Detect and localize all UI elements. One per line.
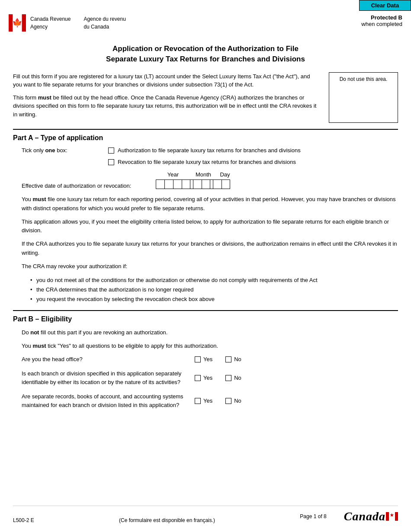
- q2-no-label: No: [234, 375, 241, 381]
- month-group: [193, 179, 210, 189]
- q1-yes-checkbox[interactable]: [195, 356, 201, 362]
- agency-name-en: Canada Revenue Agency: [30, 15, 71, 31]
- question-3-text: Are separate records, books of account, …: [22, 392, 186, 409]
- bullet-3: you request the revocation by selecting …: [30, 295, 398, 304]
- month-digit-1[interactable]: [193, 179, 202, 189]
- question-2-options: Yes No: [195, 375, 241, 381]
- part-b-content: Do not fill out this part if you are rev…: [22, 328, 398, 409]
- part-a-body3: If the CRA authorizes you to file separa…: [22, 240, 398, 258]
- intro-section: Fill out this form if you are registered…: [13, 72, 398, 123]
- question-3-no[interactable]: No: [225, 397, 241, 404]
- top-bar: Clear Data: [0, 0, 411, 11]
- part-b-title: Part B – Eligibility: [13, 315, 398, 323]
- effective-date-row: Effective date of authorization or revoc…: [22, 171, 398, 189]
- canada-wordmark: Canad a: [344, 510, 398, 523]
- agency-name-fr: Agence du revenu du Canada: [83, 15, 125, 31]
- revocation-label: Revocation to file separate luxury tax r…: [118, 159, 296, 165]
- bullet-1: you do not meet all of the conditions fo…: [30, 276, 398, 285]
- month-digit-2[interactable]: [202, 179, 210, 189]
- q1-yes-label: Yes: [203, 356, 212, 362]
- part-a-body1: You must file one luxury tax return for …: [22, 195, 398, 213]
- month-label: Month: [190, 171, 216, 178]
- tick-row: Tick only one box: Authorization to file…: [22, 147, 398, 165]
- authorization-checkbox[interactable]: [108, 147, 114, 154]
- revocation-bullets: you do not meet all of the conditions fo…: [30, 276, 398, 304]
- bullet-2: the CRA determines that the authorizatio…: [30, 285, 398, 295]
- q1-no-label: No: [234, 356, 241, 362]
- question-3-yes[interactable]: Yes: [195, 397, 212, 404]
- year-digit-2[interactable]: [164, 179, 173, 189]
- canada-symbol-flag: [386, 512, 398, 521]
- q2-yes-label: Yes: [203, 375, 212, 381]
- effective-date-label: Effective date of authorization or revoc…: [22, 183, 151, 189]
- date-input-row[interactable]: [156, 179, 234, 189]
- q3-yes-checkbox[interactable]: [195, 398, 201, 404]
- authorization-option[interactable]: Authorization to file separate luxury ta…: [108, 147, 301, 154]
- when-completed-label: when completed: [361, 21, 402, 27]
- day-label: Day: [216, 171, 234, 178]
- question-1-options: Yes No: [195, 356, 241, 362]
- year-group: [156, 179, 190, 189]
- protected-b-label: Protected B: [361, 14, 402, 21]
- intro-para1: Fill out this form if you are registered…: [13, 72, 320, 89]
- question-1-text: Are you the head office?: [22, 355, 186, 364]
- question-1-no[interactable]: No: [225, 356, 241, 362]
- q1-no-checkbox[interactable]: [225, 356, 231, 362]
- part-a-content: Tick only one box: Authorization to file…: [22, 147, 398, 304]
- logo-section: 🍁 Canada Revenue Agency Agence du revenu…: [9, 14, 361, 32]
- tick-label: Tick only one box:: [22, 147, 108, 154]
- intro-para2: This form must be filled out by the head…: [13, 93, 320, 119]
- question-3-row: Are separate records, books of account, …: [22, 392, 398, 409]
- clear-data-button[interactable]: Clear Data: [359, 0, 411, 11]
- tick-options: Authorization to file separate luxury ta…: [108, 147, 301, 165]
- do-not-use-box: Do not use this area.: [329, 72, 398, 123]
- main-content: Application or Revocation of the Authori…: [0, 35, 411, 424]
- question-2-row: Is each branch or division specified in …: [22, 369, 398, 386]
- q2-no-checkbox[interactable]: [225, 375, 231, 381]
- revocation-option[interactable]: Revocation to file separate luxury tax r…: [108, 159, 301, 165]
- day-group: [213, 179, 230, 189]
- date-headers: Year Month Day: [156, 171, 234, 178]
- part-b-divider: [13, 310, 398, 311]
- form-number: L500-2 E: [13, 517, 34, 523]
- footer-right-section: Page 1 of 8 Canad a: [300, 510, 398, 523]
- svg-rect-4: [386, 512, 389, 521]
- year-label: Year: [156, 171, 190, 178]
- authorization-label: Authorization to file separate luxury ta…: [118, 147, 301, 154]
- date-fields-section: Year Month Day: [156, 171, 234, 189]
- day-digit-1[interactable]: [213, 179, 222, 189]
- page-footer: L500-2 E (Ce formulaire est disponible e…: [13, 506, 398, 523]
- form-title: Application or Revocation of the Authori…: [13, 44, 398, 64]
- revocation-checkbox[interactable]: [108, 159, 114, 165]
- intro-text: Fill out this form if you are registered…: [13, 72, 320, 123]
- question-1-yes[interactable]: Yes: [195, 356, 212, 362]
- svg-text:🍁: 🍁: [12, 18, 22, 28]
- part-a-title: Part A – Type of application: [13, 134, 398, 142]
- year-digit-3[interactable]: [173, 179, 182, 189]
- day-digit-2[interactable]: [222, 179, 230, 189]
- part-a-divider: [13, 129, 398, 130]
- agency-name: Canada Revenue Agency Agence du revenu d…: [30, 15, 126, 31]
- part-b-note2: You must tick "Yes" to all questions to …: [22, 342, 398, 351]
- q3-yes-label: Yes: [203, 397, 212, 404]
- page-header: 🍁 Canada Revenue Agency Agence du revenu…: [0, 11, 411, 35]
- question-2-text: Is each branch or division specified in …: [22, 369, 186, 386]
- part-a-body2: This application allows you, if you meet…: [22, 218, 398, 236]
- protected-section: Protected B when completed: [361, 14, 402, 27]
- question-3-options: Yes No: [195, 397, 241, 404]
- part-a-body4: The CRA may revoke your authorization if…: [22, 262, 398, 271]
- canada-brand-text: Canad: [344, 510, 379, 523]
- question-1-row: Are you the head office? Yes No: [22, 355, 398, 364]
- q2-yes-checkbox[interactable]: [195, 375, 201, 381]
- part-b-note1: Do not fill out this part if you are rev…: [22, 328, 398, 337]
- year-digit-1[interactable]: [156, 179, 164, 189]
- french-note: (Ce formulaire est disponible en françai…: [119, 517, 215, 523]
- question-2-yes[interactable]: Yes: [195, 375, 212, 381]
- q3-no-checkbox[interactable]: [225, 398, 231, 404]
- canada-flag-logo: 🍁: [9, 14, 26, 32]
- q3-no-label: No: [234, 397, 241, 404]
- page-number: Page 1 of 8: [300, 513, 326, 519]
- year-digit-4[interactable]: [182, 179, 190, 189]
- svg-rect-5: [395, 512, 398, 521]
- question-2-no[interactable]: No: [225, 375, 241, 381]
